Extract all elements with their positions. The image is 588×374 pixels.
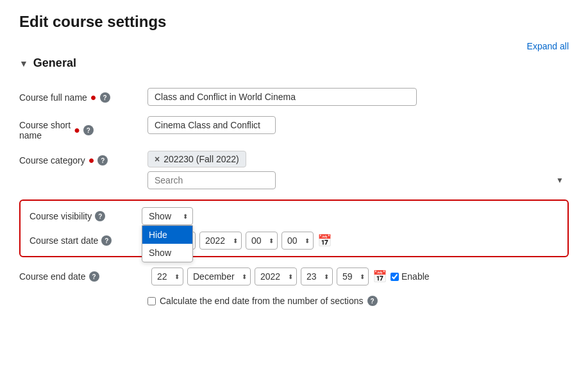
help-icon-visibility[interactable]: ? [95,211,105,221]
start-minute-wrap: 00 ⬍ [281,232,314,250]
calculate-end-date-label: Calculate the end date from the number o… [160,296,364,306]
course-full-name-row: Course full name ● ? [19,88,569,106]
course-full-name-control [147,88,569,106]
visibility-option-show[interactable]: Show [142,244,192,262]
help-icon-calculate-end[interactable]: ? [367,296,378,306]
enable-checkbox[interactable] [391,273,399,281]
course-category-control: × 202230 (Fall 2022) ▼ [147,151,569,189]
end-minute-select[interactable]: 59 [337,268,369,285]
required-icon-category: ● [88,155,95,166]
course-short-name-input[interactable] [147,116,276,134]
course-short-name-row: Course shortname ● ? [19,116,569,140]
start-hour-select[interactable]: 00 [246,232,278,250]
help-icon-end-date[interactable]: ? [89,271,99,282]
end-hour-wrap: 23 ⬍ [301,268,333,285]
enable-text: Enable [401,271,430,282]
end-year-select[interactable]: 2022 [255,268,297,285]
end-day-select[interactable]: 22 [151,268,183,285]
start-minute-select[interactable]: 00 [281,232,314,250]
help-icon-start-date[interactable]: ? [101,235,112,246]
course-short-name-label: Course shortname ● ? [19,116,147,140]
category-search-dropdown: ▼ [147,171,569,189]
page-title: Edit course settings [19,13,569,31]
general-section-header: ▼ General [19,56,569,75]
course-visibility-select-wrap: Show Hide ⬍ Hide Show [142,207,193,225]
visibility-dropdown-menu: Hide Show [142,225,193,262]
course-full-name-label: Course full name ● ? [19,88,147,103]
start-year-wrap: 2022 ⬍ [199,232,242,250]
category-search-input[interactable] [147,171,276,189]
end-year-wrap: 2022 ⬍ [255,268,297,285]
enable-label[interactable]: Enable [391,271,430,282]
course-start-date-label: Course start date ? [29,235,142,246]
course-start-date-row: Course start date ? August ⬍ 2022 ⬍ 00 ⬍… [29,232,559,250]
course-short-name-control [147,116,569,134]
help-icon-full-name[interactable]: ? [100,92,110,103]
start-hour-wrap: 00 ⬍ [246,232,278,250]
end-month-select[interactable]: December [187,268,251,285]
course-visibility-select[interactable]: Show Hide [142,207,193,225]
calculate-end-date-checkbox[interactable] [147,297,156,305]
chevron-icon[interactable]: ▼ [19,58,28,69]
course-visibility-label: Course visibility ? [29,211,142,221]
course-category-row: Course category ● ? × 202230 (Fall 2022)… [19,151,569,189]
visibility-section: Course visibility ? Show Hide ⬍ Hide Sho… [19,200,569,257]
start-year-select[interactable]: 2022 [199,232,242,250]
end-day-wrap: 22 ⬍ [151,268,183,285]
course-end-date-label: Course end date ? [19,271,147,282]
course-category-label: Course category ● ? [19,151,147,166]
end-minute-wrap: 59 ⬍ [337,268,369,285]
help-icon-category[interactable]: ? [97,155,108,166]
help-icon-short-name[interactable]: ? [83,125,94,135]
course-full-name-input[interactable] [147,88,417,106]
category-tag: × 202230 (Fall 2022) [147,151,246,167]
expand-all-link[interactable]: Expand all [527,41,569,51]
category-tag-value: 202230 (Fall 2022) [164,154,239,164]
required-icon: ● [90,92,97,103]
course-visibility-row: Course visibility ? Show Hide ⬍ Hide Sho… [29,207,559,225]
course-end-date-row: Course end date ? 22 ⬍ December ⬍ 2022 ⬍… [19,268,569,285]
end-calendar-icon[interactable]: 📅 [373,269,387,284]
start-calendar-icon[interactable]: 📅 [317,234,332,248]
category-remove-button[interactable]: × [155,154,160,164]
end-hour-select[interactable]: 23 [301,268,333,285]
general-section-label: General [33,56,76,70]
calculate-end-date-row: Calculate the end date from the number o… [19,296,569,306]
category-dropdown-arrow-icon: ▼ [556,176,564,185]
required-icon-short: ● [74,124,80,136]
end-month-wrap: December ⬍ [187,268,251,285]
visibility-option-hide[interactable]: Hide [142,226,192,244]
